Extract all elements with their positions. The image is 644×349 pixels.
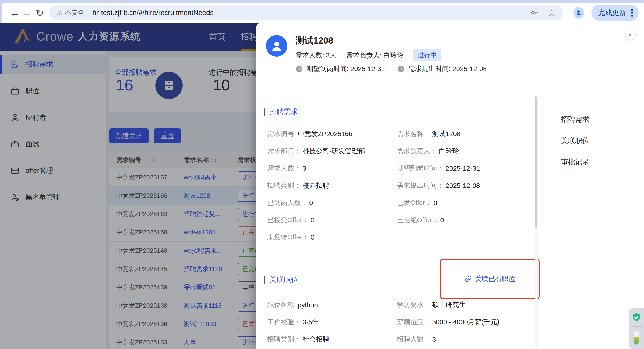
update-label: 完成更新 (598, 8, 626, 18)
section-title-linked-positions: 关联职位 (264, 275, 298, 285)
clock-icon (397, 65, 405, 73)
owner-text: 需求负责人: 白玲玲 (346, 51, 404, 60)
section-title-recruitment-need: 招聘需求 (264, 107, 298, 117)
floating-extension-widget[interactable] (628, 308, 644, 349)
drawer-times-line: 期望到岗时间: 2025-12-31 需求提出时间: 2025-12-08 (296, 64, 487, 74)
anchor-nav: 招聘需求 关联职位 审批记录 (561, 114, 590, 167)
avatar (266, 35, 287, 56)
widget-divider (631, 326, 642, 327)
annotation-highlight-box: 关联已有职位 (440, 259, 540, 299)
position-fields-grid: 职位名称:python 学历要求：硕士研究生 工作经验：3-5年 薪酬范围：50… (267, 296, 589, 348)
bookmark-star-icon[interactable]: ☆ (548, 8, 556, 18)
link-existing-position-button[interactable]: 关联已有职位 (465, 274, 515, 284)
url-text[interactable]: hr-test.zjf-it.cn/#/hire/recruitmentNeed… (92, 9, 522, 17)
drawer-info-line: 需求人数: 3人 需求负责人: 白玲玲 进行中 (296, 49, 441, 61)
drawer-title: 测试1208 (296, 34, 333, 47)
reload-icon[interactable]: ↻ (34, 7, 46, 18)
anchor-divider (548, 94, 549, 349)
clock-icon (296, 65, 303, 73)
scrollbar-thumb[interactable] (535, 97, 538, 228)
anchor-linked-positions[interactable]: 关联职位 (561, 136, 590, 146)
need-fields-grid: 需求编号:中竞发ZP2025166 需求名称：测试1208 需求部门：科技公司-… (267, 125, 589, 246)
browser-toolbar: ← → ↻ ⚠ 不安全 hr-test.zjf-it.cn/#/hire/rec… (2, 3, 644, 23)
headcount-text: 需求人数: 3人 (296, 51, 336, 60)
drawer-header-divider (256, 94, 644, 94)
expected-date-text: 期望到岗时间: 2025-12-31 (306, 64, 385, 74)
forward-icon[interactable]: → (21, 7, 34, 18)
section-bar (264, 276, 266, 284)
submitted-date-text: 需求提出时间: 2025-12-08 (408, 64, 487, 74)
link-chain-icon (465, 275, 472, 282)
warning-icon: ⚠ (57, 9, 63, 17)
back-icon[interactable]: ← (8, 7, 21, 18)
status-badge: 进行中 (414, 49, 441, 61)
section-bar (264, 108, 266, 116)
security-label[interactable]: 不安全 (65, 8, 84, 17)
key-icon[interactable] (530, 8, 539, 17)
shield-check-icon[interactable] (631, 312, 642, 323)
anchor-approval-records[interactable]: 审批记录 (561, 157, 590, 167)
anchor-recruitment-need[interactable]: 招聘需求 (561, 114, 590, 125)
browser-update-button[interactable]: 完成更新 (592, 5, 639, 21)
pill-icon[interactable] (634, 331, 639, 344)
close-icon[interactable]: × (625, 30, 636, 40)
detail-drawer: 测试1208 需求人数: 3人 需求负责人: 白玲玲 进行中 期望到岗时间: 2… (256, 23, 644, 349)
drawer-scrollbar[interactable] (534, 96, 538, 349)
address-bar[interactable]: ⚠ 不安全 hr-test.zjf-it.cn/#/hire/recruitme… (49, 5, 563, 20)
menu-kebab-icon[interactable] (630, 8, 634, 18)
browser-profile-avatar[interactable] (574, 7, 584, 19)
page: Crowe 人力资源系统 首页 招聘 招聘需求 职位 应聘者 (0, 23, 644, 349)
